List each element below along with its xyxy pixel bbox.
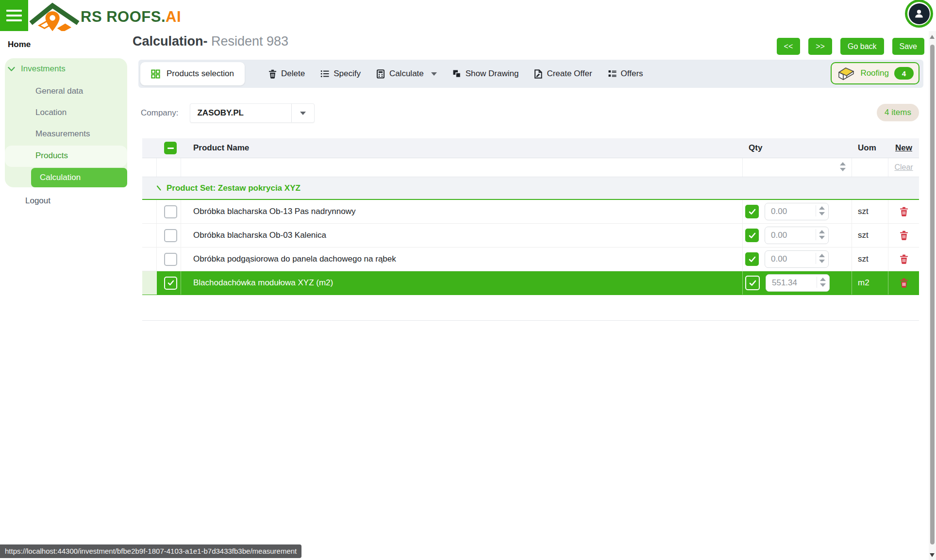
- scrollbar-down-arrow-icon[interactable]: [930, 553, 935, 557]
- column-header-uom[interactable]: Uom: [852, 143, 888, 153]
- product-name-cell: Obróbka podgąsiorowa do panela dachowego…: [181, 247, 743, 271]
- table-empty-area: [142, 295, 919, 321]
- uom-cell: szt: [852, 224, 888, 247]
- company-dropdown-arrow-button[interactable]: [291, 104, 314, 122]
- filter-qty-input[interactable]: [743, 158, 852, 176]
- qty-enabled-checkbox[interactable]: [745, 276, 760, 290]
- spinner-down-icon[interactable]: [819, 236, 825, 239]
- sidebar-item-investments[interactable]: Investments: [8, 64, 66, 74]
- qty-spinner[interactable]: [819, 254, 825, 263]
- clear-filters-link[interactable]: Clear: [894, 163, 913, 172]
- specify-button[interactable]: Specify: [320, 69, 361, 79]
- select-all-checkbox[interactable]: [164, 142, 177, 154]
- layers-icon: [452, 69, 461, 78]
- check-icon: [749, 256, 756, 263]
- prev-button[interactable]: <<: [777, 38, 801, 55]
- qty-spinner[interactable]: [819, 206, 825, 215]
- toolbar-actions: Delete Specify Calculate: [268, 60, 643, 88]
- filter-qty-spinner[interactable]: [840, 162, 846, 171]
- row-select-checkbox[interactable]: [164, 277, 177, 290]
- uom-cell: m2: [852, 271, 888, 295]
- qty-enabled-checkbox[interactable]: [745, 229, 759, 242]
- document-pencil-icon: [534, 69, 542, 79]
- check-icon: [749, 209, 756, 215]
- qty-spinner[interactable]: [820, 278, 826, 287]
- app-logo[interactable]: RS ROOFS.AI: [29, 0, 181, 34]
- row-select-checkbox[interactable]: [164, 205, 177, 218]
- calculate-dropdown-caret-icon[interactable]: [431, 72, 437, 76]
- save-button[interactable]: Save: [892, 38, 924, 55]
- offers-button[interactable]: Offers: [608, 69, 643, 79]
- vertical-scrollbar[interactable]: [929, 31, 936, 560]
- go-back-button[interactable]: Go back: [840, 38, 884, 55]
- row-select-checkbox[interactable]: [164, 253, 177, 266]
- qty-enabled-checkbox[interactable]: [745, 205, 759, 218]
- sidebar-item-home[interactable]: Home: [8, 40, 31, 49]
- scrollbar-up-arrow-icon[interactable]: [930, 35, 935, 39]
- delete-row-button[interactable]: [888, 254, 919, 264]
- table-row: Obróbka podgąsiorowa do panela dachowego…: [142, 247, 919, 271]
- check-icon: [749, 280, 756, 286]
- spinner-up-icon[interactable]: [819, 254, 825, 257]
- trash-icon: [900, 207, 908, 216]
- offers-list-icon: [608, 69, 617, 78]
- spinner-down-icon[interactable]: [819, 212, 825, 215]
- sidebar: Home Investments General data Location M…: [0, 31, 129, 560]
- roofing-count-badge: 4: [894, 67, 914, 80]
- table-row: Obróbka blacharska Ob-03 Kalenica szt: [142, 224, 919, 247]
- uom-cell: szt: [852, 200, 888, 223]
- delete-row-button[interactable]: [888, 231, 919, 240]
- hamburger-menu-icon[interactable]: [0, 0, 28, 31]
- products-table: Product Name Qty Uom New Clear Product S…: [142, 138, 919, 321]
- spinner-up-icon[interactable]: [819, 230, 825, 233]
- sidebar-item-location[interactable]: Location: [35, 108, 67, 117]
- scrollbar-thumb[interactable]: [930, 45, 935, 544]
- trash-icon: [268, 69, 277, 79]
- sidebar-item-products[interactable]: Products: [35, 151, 68, 161]
- spinner-down-icon[interactable]: [840, 168, 846, 171]
- column-header-qty[interactable]: Qty: [743, 143, 852, 153]
- delete-row-button[interactable]: [888, 278, 919, 288]
- column-header-product-name[interactable]: Product Name: [181, 143, 743, 153]
- spinner-down-icon[interactable]: [819, 260, 825, 263]
- spinner-down-icon[interactable]: [820, 283, 826, 287]
- calculate-button[interactable]: Calculate: [376, 69, 437, 79]
- uom-cell: szt: [852, 247, 888, 271]
- user-avatar[interactable]: [905, 0, 933, 28]
- filter-product-name-cell[interactable]: [181, 158, 743, 177]
- table-header-row: Product Name Qty Uom New: [142, 138, 919, 158]
- next-button[interactable]: >>: [808, 38, 832, 55]
- page-title: Calculation- Resident 983: [133, 34, 288, 49]
- check-icon: [167, 280, 174, 286]
- filter-qty-cell: [743, 158, 852, 177]
- user-icon: [913, 7, 925, 20]
- group-collapse-arrow-icon: [156, 185, 162, 191]
- list-icon: [320, 69, 329, 78]
- row-select-checkbox[interactable]: [164, 229, 177, 242]
- tab-products-selection[interactable]: Products selection: [140, 62, 245, 85]
- column-header-new-link[interactable]: New: [888, 143, 919, 153]
- qty-enabled-checkbox[interactable]: [745, 252, 759, 266]
- header-nav-buttons: << >> Go back Save: [777, 38, 924, 55]
- delete-row-button[interactable]: [888, 207, 919, 216]
- trash-icon: [900, 254, 908, 264]
- qty-spinner[interactable]: [819, 230, 825, 239]
- spinner-up-icon[interactable]: [840, 162, 846, 165]
- table-row-selected: Blachodachówka modułowa XYZ (m2) m2: [142, 271, 919, 295]
- company-label: Company:: [141, 108, 178, 118]
- sidebar-item-measurements[interactable]: Measurements: [35, 129, 90, 139]
- sidebar-item-calculation[interactable]: Calculation: [31, 168, 127, 187]
- product-set-group-row[interactable]: Product Set: Zestaw pokrycia XYZ: [142, 177, 919, 200]
- app-window: RS ROOFS.AI Home Investments General dat…: [0, 0, 936, 560]
- show-drawing-button[interactable]: Show Drawing: [452, 69, 519, 79]
- sidebar-item-logout[interactable]: Logout: [25, 196, 50, 206]
- check-icon: [749, 232, 756, 239]
- roofing-filter-button[interactable]: Roofing 4: [831, 62, 919, 84]
- create-offer-button[interactable]: Create Offer: [534, 69, 592, 79]
- company-dropdown[interactable]: ZASOBY.PL: [190, 103, 315, 123]
- spinner-up-icon[interactable]: [819, 206, 825, 210]
- sidebar-item-general-data[interactable]: General data: [35, 86, 83, 96]
- roof-pin-logo-icon: [29, 0, 80, 34]
- delete-button[interactable]: Delete: [268, 69, 305, 79]
- spinner-up-icon[interactable]: [820, 278, 826, 281]
